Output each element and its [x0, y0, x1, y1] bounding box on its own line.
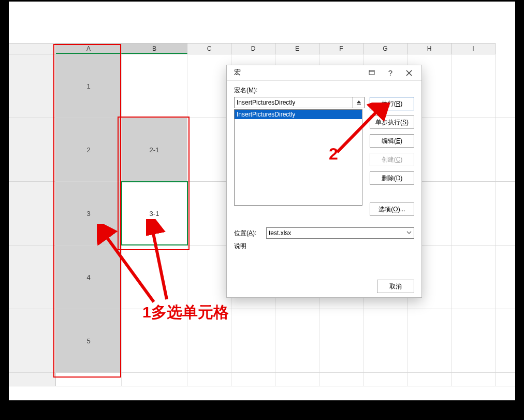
macro-name-input[interactable]	[234, 97, 353, 108]
description-label: 说明	[234, 242, 414, 251]
column-header-a[interactable]: A	[56, 44, 122, 54]
delete-button[interactable]: 删除(D)	[370, 171, 414, 185]
column-header-row: A B C D E F G H I	[9, 43, 496, 54]
cell-a5[interactable]: 5	[56, 309, 122, 372]
cell-b3[interactable]: 3-1	[122, 182, 187, 245]
cell-a3[interactable]: 3	[56, 182, 122, 245]
column-header-i[interactable]: I	[452, 44, 496, 54]
location-label: 位置(A):	[234, 229, 261, 238]
cancel-button[interactable]: 取消	[377, 280, 414, 293]
cell-b5[interactable]	[122, 309, 187, 372]
table-row: 5	[9, 309, 515, 373]
column-header-g[interactable]: G	[363, 44, 407, 54]
select-all-corner[interactable]	[9, 44, 56, 54]
row-header[interactable]	[9, 182, 56, 245]
dialog-expand-icon[interactable]	[362, 66, 381, 80]
step-into-button[interactable]: 单步执行(S)	[370, 115, 414, 129]
dialog-title: 宏	[234, 68, 362, 77]
row-header[interactable]	[9, 118, 56, 181]
cell-a4[interactable]: 4	[56, 245, 122, 309]
location-value: test.xlsx	[269, 229, 291, 237]
list-item[interactable]: InsertPicturesDirectly	[235, 110, 362, 119]
close-icon[interactable]	[400, 66, 418, 80]
run-button[interactable]: 执行(R)	[370, 97, 414, 110]
row-header[interactable]	[9, 373, 56, 386]
row-header[interactable]	[9, 245, 56, 309]
row-header[interactable]	[9, 54, 56, 118]
svg-rect-4	[369, 70, 374, 75]
column-header-d[interactable]: D	[231, 44, 275, 54]
cell-a1[interactable]: 1	[56, 54, 122, 118]
location-select[interactable]: test.xlsx	[266, 227, 414, 239]
cell-b2[interactable]: 2-1	[122, 118, 187, 181]
edit-button[interactable]: 编辑(E)	[370, 134, 414, 148]
column-header-b[interactable]: B	[122, 44, 187, 54]
help-icon[interactable]: ?	[381, 66, 400, 80]
create-button: 创建(C)	[370, 153, 414, 166]
column-header-f[interactable]: F	[319, 44, 363, 54]
cell-a2[interactable]: 2	[56, 118, 122, 181]
column-header-e[interactable]: E	[275, 44, 319, 54]
macro-dialog: 宏 ? 宏名(M):	[226, 65, 422, 298]
collapse-dialog-icon[interactable]	[353, 97, 365, 108]
macro-list[interactable]: InsertPicturesDirectly	[234, 109, 362, 206]
cell-b4[interactable]	[122, 245, 187, 309]
macro-name-label: 宏名(M):	[234, 86, 414, 95]
cell-b1[interactable]	[122, 54, 187, 118]
column-header-c[interactable]: C	[187, 44, 231, 54]
chevron-down-icon	[406, 229, 412, 237]
dialog-titlebar[interactable]: 宏 ?	[227, 65, 421, 81]
row-header[interactable]	[9, 309, 56, 372]
column-header-h[interactable]: H	[407, 44, 452, 54]
options-button[interactable]: 选项(O)...	[370, 202, 414, 216]
table-row	[9, 373, 515, 386]
